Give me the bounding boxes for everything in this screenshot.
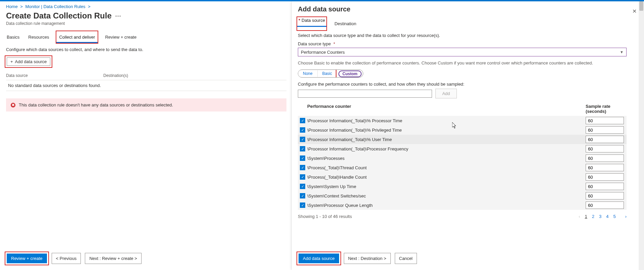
counter-table-header: Performance counter Sample rate (seconds… bbox=[298, 102, 627, 116]
blade-add-data-source-button[interactable]: Add data source bbox=[299, 254, 339, 263]
counter-row[interactable]: ✓\System\Context Switches/sec bbox=[298, 191, 627, 200]
breadcrumb-monitor[interactable]: Monitor | Data Collection Rules bbox=[25, 4, 86, 9]
sample-rate-input[interactable] bbox=[586, 136, 624, 143]
sample-rate-input[interactable] bbox=[586, 192, 624, 199]
tab-resources[interactable]: Resources bbox=[28, 32, 50, 42]
blade-buttons: Add data source Next : Destination > Can… bbox=[298, 253, 417, 264]
page-number[interactable]: 5 bbox=[613, 214, 615, 219]
checkbox[interactable]: ✓ bbox=[300, 137, 305, 142]
counter-rows: ✓\Processor Information(_Total)\% Proces… bbox=[298, 116, 638, 210]
counter-path-input[interactable] bbox=[298, 90, 432, 98]
blade-tabs: *Data source Destination bbox=[298, 18, 638, 30]
pill-none[interactable]: None bbox=[298, 70, 318, 77]
blade-title: Add data source bbox=[298, 5, 351, 13]
checkbox[interactable]: ✓ bbox=[300, 127, 305, 133]
validation-alert: ✖ This data collection rule doesn't have… bbox=[6, 98, 286, 111]
breadcrumb-sep: > bbox=[19, 4, 24, 9]
wizard-tabs: Basics Resources Collect and deliver Rev… bbox=[6, 32, 286, 42]
sample-rate-input[interactable] bbox=[586, 164, 624, 171]
counter-mode-help: Choose Basic to enable the collection of… bbox=[298, 60, 627, 65]
ds-type-value: Performance Counters bbox=[301, 50, 345, 55]
counter-config: Configure the performance counters to co… bbox=[298, 82, 638, 219]
tab-data-source[interactable]: *Data source bbox=[298, 14, 326, 26]
scrollbar[interactable] bbox=[639, 1, 644, 270]
counter-row[interactable]: ✓\Process(_Total)\Thread Count bbox=[298, 163, 627, 172]
page-number[interactable]: 1 bbox=[585, 214, 587, 219]
breadcrumb-home[interactable]: Home bbox=[6, 4, 18, 9]
counter-row[interactable]: ✓\Processor Information(_Total)\% User T… bbox=[298, 135, 627, 144]
counter-row[interactable]: ✓\Processor Information(_Total)\% Proces… bbox=[298, 116, 627, 125]
sample-rate-input[interactable] bbox=[586, 117, 624, 124]
counter-row[interactable]: ✓\Processor Information(_Total)\% Privil… bbox=[298, 125, 627, 135]
counter-row[interactable]: ✓\System\Processor Queue Length bbox=[298, 200, 627, 210]
checkbox[interactable]: ✓ bbox=[300, 155, 305, 161]
checkbox[interactable]: ✓ bbox=[300, 193, 305, 198]
blade-cancel-button[interactable]: Cancel bbox=[395, 253, 417, 264]
counter-name: \Process(_Total)\Thread Count bbox=[307, 165, 586, 170]
checkbox[interactable]: ✓ bbox=[300, 174, 305, 180]
page-number[interactable]: 3 bbox=[599, 214, 601, 219]
add-counter-button[interactable]: Add bbox=[435, 89, 457, 98]
counter-name: \Processor Information(_Total)\Processor… bbox=[307, 146, 586, 151]
page-number[interactable]: 4 bbox=[606, 214, 608, 219]
page-prev[interactable]: ‹ bbox=[579, 214, 580, 219]
sample-rate-input[interactable] bbox=[586, 145, 624, 152]
counter-name: \Process(_Total)\Handle Count bbox=[307, 175, 586, 180]
more-menu-icon[interactable]: ⋯ bbox=[115, 12, 121, 19]
checkbox[interactable]: ✓ bbox=[300, 146, 305, 151]
counter-name: \System\Processes bbox=[307, 156, 586, 161]
counter-name: \Processor Information(_Total)\% User Ti… bbox=[307, 137, 586, 142]
tab-destination[interactable]: Destination bbox=[334, 18, 357, 30]
page-number[interactable]: 2 bbox=[592, 214, 594, 219]
pill-basic[interactable]: Basic bbox=[318, 70, 337, 77]
review-create-button[interactable]: Review + create bbox=[7, 254, 47, 263]
blade-intro: Select which data source type and the da… bbox=[298, 33, 638, 38]
counter-name: \System\Context Switches/sec bbox=[307, 193, 586, 198]
sample-rate-input[interactable] bbox=[586, 201, 624, 209]
counter-row[interactable]: ✓\Processor Information(_Total)\Processo… bbox=[298, 144, 627, 153]
blade-next-button[interactable]: Next : Destination > bbox=[344, 253, 391, 264]
tab-data-source-label: Data source bbox=[302, 18, 325, 23]
counter-row[interactable]: ✓\System\Processes bbox=[298, 153, 627, 163]
counter-name: \System\System Up Time bbox=[307, 184, 586, 189]
checkbox[interactable]: ✓ bbox=[300, 165, 305, 170]
breadcrumb-sep: > bbox=[87, 4, 92, 9]
tab-basics[interactable]: Basics bbox=[6, 32, 20, 42]
page-subtitle: Data collection rule management bbox=[6, 21, 286, 26]
sample-rate-input[interactable] bbox=[586, 183, 624, 190]
checkbox[interactable]: ✓ bbox=[300, 184, 305, 189]
checkbox[interactable]: ✓ bbox=[300, 118, 305, 123]
counter-row[interactable]: ✓\System\System Up Time bbox=[298, 182, 627, 191]
counter-mode-group: None Basic Custom bbox=[298, 70, 638, 78]
col-destinations: Destination(s) bbox=[103, 73, 286, 78]
plus-icon: + bbox=[10, 59, 13, 64]
chevron-down-icon: ▼ bbox=[620, 50, 624, 54]
data-source-type-label: Data source type * bbox=[298, 41, 638, 46]
tab-collect-and-deliver[interactable]: Collect and deliver bbox=[57, 32, 97, 42]
previous-button[interactable]: < Previous bbox=[52, 253, 81, 264]
pill-custom[interactable]: Custom bbox=[338, 71, 362, 77]
error-icon: ✖ bbox=[11, 103, 15, 107]
counter-name: \System\Processor Queue Length bbox=[307, 203, 586, 208]
required-indicator: * bbox=[333, 41, 335, 46]
configure-help-text: Configure which data sources to collect,… bbox=[6, 47, 286, 52]
next-button[interactable]: Next : Review + create > bbox=[85, 253, 141, 264]
counter-row[interactable]: ✓\Process(_Total)\Handle Count bbox=[298, 172, 627, 182]
pager: Showing 1 - 10 of 46 results ‹ 12345 › bbox=[298, 214, 627, 219]
th-sample-rate: Sample rate (seconds) bbox=[586, 104, 627, 114]
sample-rate-input[interactable] bbox=[586, 154, 624, 162]
results-text: Showing 1 - 10 of 46 results bbox=[298, 214, 352, 219]
data-source-type-select[interactable]: Performance Counters ▼ bbox=[298, 48, 627, 56]
page-links: ‹ 12345 › bbox=[579, 214, 627, 219]
add-data-source-label: Add data source bbox=[15, 59, 47, 64]
close-icon[interactable]: ✕ bbox=[631, 7, 638, 16]
checkbox[interactable]: ✓ bbox=[300, 203, 305, 208]
tab-review-create[interactable]: Review + create bbox=[104, 32, 137, 42]
sample-rate-input[interactable] bbox=[586, 173, 624, 181]
add-data-source-blade: Add data source ✕ *Data source Destinati… bbox=[292, 1, 644, 270]
scrollbar-thumb[interactable] bbox=[639, 1, 643, 11]
sample-rate-input[interactable] bbox=[586, 126, 624, 134]
add-data-source-button[interactable]: + Add data source bbox=[7, 57, 50, 66]
add-counter-row: Add bbox=[298, 89, 638, 98]
page-next[interactable]: › bbox=[625, 214, 627, 219]
